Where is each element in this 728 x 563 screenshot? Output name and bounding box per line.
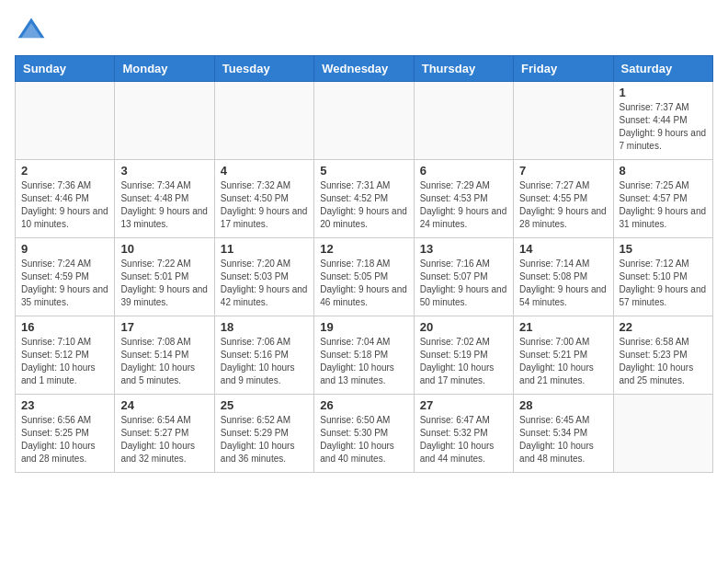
logo (15, 15, 53, 48)
calendar-cell: 20Sunrise: 7:02 AM Sunset: 5:19 PM Dayli… (414, 316, 513, 395)
calendar-cell: 13Sunrise: 7:16 AM Sunset: 5:07 PM Dayli… (414, 238, 513, 316)
calendar-cell: 12Sunrise: 7:18 AM Sunset: 5:05 PM Dayli… (314, 238, 414, 316)
day-info: Sunrise: 7:08 AM Sunset: 5:14 PM Dayligh… (120, 336, 208, 387)
calendar-cell (514, 82, 613, 160)
calendar-cell: 7Sunrise: 7:27 AM Sunset: 4:55 PM Daylig… (514, 160, 613, 238)
day-info: Sunrise: 6:56 AM Sunset: 5:25 PM Dayligh… (21, 414, 108, 465)
page-header (15, 15, 713, 48)
day-info: Sunrise: 7:20 AM Sunset: 5:03 PM Dayligh… (221, 258, 308, 309)
calendar-cell (613, 395, 712, 473)
day-info: Sunrise: 7:36 AM Sunset: 4:46 PM Dayligh… (21, 179, 108, 231)
weekday-header-wednesday: Wednesday (314, 56, 414, 82)
day-number: 16 (21, 320, 108, 334)
calendar-cell (115, 82, 214, 160)
calendar-cell: 3Sunrise: 7:34 AM Sunset: 4:48 PM Daylig… (115, 160, 214, 238)
day-number: 27 (420, 398, 507, 412)
day-info: Sunrise: 7:31 AM Sunset: 4:52 PM Dayligh… (320, 179, 407, 231)
calendar-cell: 25Sunrise: 6:52 AM Sunset: 5:29 PM Dayli… (214, 395, 313, 473)
calendar-cell: 19Sunrise: 7:04 AM Sunset: 5:18 PM Dayli… (314, 316, 414, 395)
weekday-header-sunday: Sunday (16, 56, 115, 82)
calendar-cell: 2Sunrise: 7:36 AM Sunset: 4:46 PM Daylig… (16, 160, 115, 238)
day-number: 5 (320, 164, 407, 178)
day-info: Sunrise: 7:02 AM Sunset: 5:19 PM Dayligh… (420, 336, 507, 387)
day-number: 18 (221, 320, 308, 334)
day-number: 10 (120, 242, 208, 256)
day-info: Sunrise: 7:34 AM Sunset: 4:48 PM Dayligh… (120, 179, 208, 231)
day-info: Sunrise: 6:52 AM Sunset: 5:29 PM Dayligh… (221, 414, 308, 465)
calendar-table: SundayMondayTuesdayWednesdayThursdayFrid… (15, 55, 713, 473)
day-number: 14 (519, 242, 607, 256)
day-number: 8 (620, 164, 707, 178)
calendar-cell (214, 82, 313, 160)
week-row-2: 9Sunrise: 7:24 AM Sunset: 4:59 PM Daylig… (16, 238, 713, 316)
calendar-cell: 4Sunrise: 7:32 AM Sunset: 4:50 PM Daylig… (214, 160, 313, 238)
calendar-cell: 6Sunrise: 7:29 AM Sunset: 4:53 PM Daylig… (414, 160, 513, 238)
day-number: 20 (420, 320, 507, 334)
day-number: 12 (320, 242, 407, 256)
day-number: 19 (320, 320, 407, 334)
day-info: Sunrise: 6:45 AM Sunset: 5:34 PM Dayligh… (519, 414, 607, 465)
day-info: Sunrise: 7:12 AM Sunset: 5:10 PM Dayligh… (620, 258, 707, 309)
weekday-header-row: SundayMondayTuesdayWednesdayThursdayFrid… (16, 56, 713, 82)
day-info: Sunrise: 7:27 AM Sunset: 4:55 PM Dayligh… (519, 179, 607, 231)
day-info: Sunrise: 7:04 AM Sunset: 5:18 PM Dayligh… (320, 336, 407, 387)
calendar-cell: 22Sunrise: 6:58 AM Sunset: 5:23 PM Dayli… (613, 316, 712, 395)
day-number: 21 (519, 320, 607, 334)
day-info: Sunrise: 7:25 AM Sunset: 4:57 PM Dayligh… (620, 179, 707, 231)
calendar-cell: 14Sunrise: 7:14 AM Sunset: 5:08 PM Dayli… (514, 238, 613, 316)
day-number: 24 (120, 398, 208, 412)
calendar-cell (16, 82, 115, 160)
calendar-cell: 11Sunrise: 7:20 AM Sunset: 5:03 PM Dayli… (214, 238, 313, 316)
weekday-header-tuesday: Tuesday (214, 56, 313, 82)
calendar-cell: 21Sunrise: 7:00 AM Sunset: 5:21 PM Dayli… (514, 316, 613, 395)
day-info: Sunrise: 7:37 AM Sunset: 4:44 PM Dayligh… (620, 101, 707, 153)
calendar-cell: 27Sunrise: 6:47 AM Sunset: 5:32 PM Dayli… (414, 395, 513, 473)
week-row-4: 23Sunrise: 6:56 AM Sunset: 5:25 PM Dayli… (16, 395, 713, 473)
day-number: 4 (221, 164, 308, 178)
day-number: 22 (620, 320, 707, 334)
calendar-cell: 1Sunrise: 7:37 AM Sunset: 4:44 PM Daylig… (613, 82, 712, 160)
day-info: Sunrise: 7:18 AM Sunset: 5:05 PM Dayligh… (320, 258, 407, 309)
day-number: 26 (320, 398, 407, 412)
day-info: Sunrise: 7:14 AM Sunset: 5:08 PM Dayligh… (519, 258, 607, 309)
day-number: 15 (620, 242, 707, 256)
weekday-header-friday: Friday (514, 56, 613, 82)
day-info: Sunrise: 6:58 AM Sunset: 5:23 PM Dayligh… (620, 336, 707, 387)
weekday-header-saturday: Saturday (613, 56, 712, 82)
calendar-cell: 16Sunrise: 7:10 AM Sunset: 5:12 PM Dayli… (16, 316, 115, 395)
logo-icon (15, 15, 48, 48)
day-info: Sunrise: 7:24 AM Sunset: 4:59 PM Dayligh… (21, 258, 108, 309)
day-info: Sunrise: 7:32 AM Sunset: 4:50 PM Dayligh… (221, 179, 308, 231)
calendar-cell: 18Sunrise: 7:06 AM Sunset: 5:16 PM Dayli… (214, 316, 313, 395)
day-number: 25 (221, 398, 308, 412)
week-row-3: 16Sunrise: 7:10 AM Sunset: 5:12 PM Dayli… (16, 316, 713, 395)
day-number: 2 (21, 164, 108, 178)
day-info: Sunrise: 7:22 AM Sunset: 5:01 PM Dayligh… (120, 258, 208, 309)
calendar-cell: 8Sunrise: 7:25 AM Sunset: 4:57 PM Daylig… (613, 160, 712, 238)
calendar-cell: 5Sunrise: 7:31 AM Sunset: 4:52 PM Daylig… (314, 160, 414, 238)
day-info: Sunrise: 7:16 AM Sunset: 5:07 PM Dayligh… (420, 258, 507, 309)
day-info: Sunrise: 7:10 AM Sunset: 5:12 PM Dayligh… (21, 336, 108, 387)
day-info: Sunrise: 6:47 AM Sunset: 5:32 PM Dayligh… (420, 414, 507, 465)
calendar-cell: 9Sunrise: 7:24 AM Sunset: 4:59 PM Daylig… (16, 238, 115, 316)
weekday-header-thursday: Thursday (414, 56, 513, 82)
day-number: 7 (519, 164, 607, 178)
day-number: 13 (420, 242, 507, 256)
day-info: Sunrise: 6:54 AM Sunset: 5:27 PM Dayligh… (120, 414, 208, 465)
day-number: 3 (120, 164, 208, 178)
day-number: 11 (221, 242, 308, 256)
day-number: 1 (620, 86, 707, 99)
day-number: 17 (120, 320, 208, 334)
day-info: Sunrise: 7:00 AM Sunset: 5:21 PM Dayligh… (519, 336, 607, 387)
day-number: 28 (519, 398, 607, 412)
calendar-cell: 24Sunrise: 6:54 AM Sunset: 5:27 PM Dayli… (115, 395, 214, 473)
day-number: 6 (420, 164, 507, 178)
calendar-cell: 23Sunrise: 6:56 AM Sunset: 5:25 PM Dayli… (16, 395, 115, 473)
calendar-cell: 26Sunrise: 6:50 AM Sunset: 5:30 PM Dayli… (314, 395, 414, 473)
calendar-cell: 15Sunrise: 7:12 AM Sunset: 5:10 PM Dayli… (613, 238, 712, 316)
calendar-cell (314, 82, 414, 160)
day-info: Sunrise: 6:50 AM Sunset: 5:30 PM Dayligh… (320, 414, 407, 465)
day-number: 23 (21, 398, 108, 412)
day-number: 9 (21, 242, 108, 256)
day-info: Sunrise: 7:29 AM Sunset: 4:53 PM Dayligh… (420, 179, 507, 231)
